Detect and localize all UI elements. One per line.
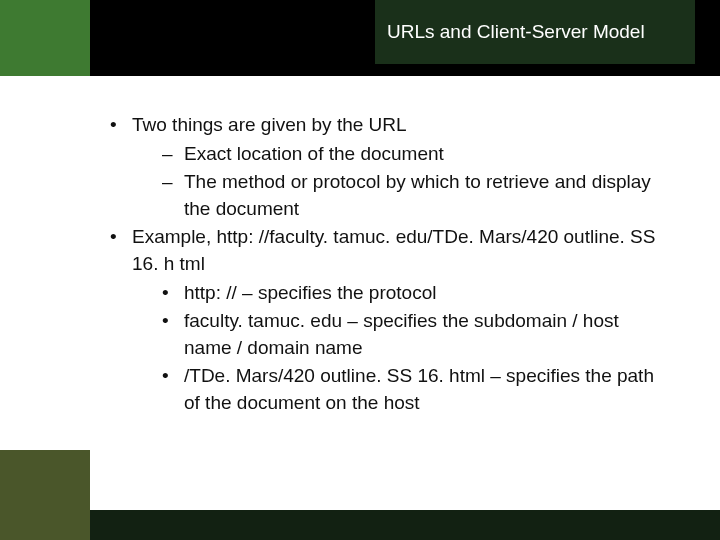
bullet-level3: faculty. tamuc. edu – specifies the subd… <box>162 308 670 361</box>
bullet-text: Example, http: //faculty. tamuc. edu/TDe… <box>132 226 655 274</box>
bullet-text: http: // – specifies the protocol <box>184 282 436 303</box>
header-band-green <box>0 0 90 76</box>
bullet-text: faculty. tamuc. edu – specifies the subd… <box>184 310 619 358</box>
footer-strip-dark <box>90 510 720 540</box>
bullet-text: /TDe. Mars/420 outline. SS 16. html – sp… <box>184 365 654 413</box>
bullet-level2: Exact location of the document <box>162 141 670 168</box>
bullet-text: Exact location of the document <box>184 143 444 164</box>
bullet-text: Two things are given by the URL <box>132 114 407 135</box>
bullet-level2: The method or protocol by which to retri… <box>162 169 670 222</box>
bullet-text: The method or protocol by which to retri… <box>184 171 651 219</box>
title-box: URLs and Client-Server Model <box>375 0 695 64</box>
slide-title: URLs and Client-Server Model <box>387 20 683 44</box>
bullet-level1: Example, http: //faculty. tamuc. edu/TDe… <box>110 224 670 416</box>
slide-content: Two things are given by the URL Exact lo… <box>110 110 670 419</box>
bullet-level3: http: // – specifies the protocol <box>162 280 670 307</box>
bullet-level1: Two things are given by the URL Exact lo… <box>110 112 670 222</box>
bullet-level3: /TDe. Mars/420 outline. SS 16. html – sp… <box>162 363 670 416</box>
